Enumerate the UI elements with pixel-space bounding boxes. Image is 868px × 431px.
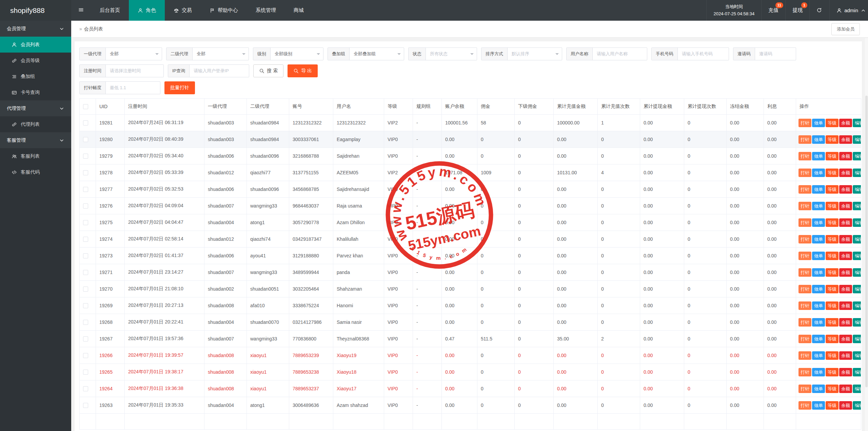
action-打针-button[interactable]: 打针 [798, 385, 811, 393]
action-等级-button[interactable]: 等级 [826, 185, 839, 194]
action-打针-button[interactable]: 打针 [798, 202, 811, 210]
admin-menu[interactable]: admin [829, 0, 868, 21]
action-打针-button[interactable]: 打针 [798, 335, 811, 343]
action-余额-button[interactable]: 余额 [839, 335, 852, 343]
action-编辑-button[interactable]: 编辑 [853, 335, 861, 343]
input-field[interactable]: 请选择注册时间 [106, 65, 163, 77]
action-打针-button[interactable]: 打针 [798, 351, 811, 360]
input-field[interactable]: 最低 1.1 [106, 82, 160, 94]
action-打针-button[interactable]: 打针 [798, 285, 811, 293]
sidebar-item[interactable]: 代理列表 [0, 116, 71, 132]
action-编辑-button[interactable]: 编辑 [853, 202, 861, 210]
scrollbar-thumb[interactable] [865, 96, 868, 387]
row-checkbox[interactable] [83, 270, 88, 275]
row-checkbox[interactable] [83, 137, 88, 142]
nav-item[interactable]: 系统管理 [247, 0, 285, 21]
action-做单-button[interactable]: 做单 [812, 218, 825, 227]
action-余额-button[interactable]: 余额 [839, 235, 852, 243]
input-field[interactable]: 请输入用户名称 [593, 48, 647, 60]
row-checkbox[interactable] [83, 237, 88, 242]
action-余额-button[interactable]: 余额 [839, 218, 852, 227]
action-做单-button[interactable]: 做单 [812, 385, 825, 393]
nav-item[interactable]: 帮助中心 [201, 0, 247, 21]
action-打针-button[interactable]: 打针 [798, 169, 811, 177]
sidebar-item[interactable]: 叠加组 [0, 68, 71, 84]
nav-item[interactable]: 后台首页 [91, 0, 129, 21]
withdraw-label[interactable]: 提现 [792, 7, 803, 14]
action-等级-button[interactable]: 等级 [826, 135, 839, 144]
action-编辑-button[interactable]: 编辑 [853, 401, 861, 410]
sidebar-item[interactable]: 会员等级 [0, 53, 71, 68]
action-编辑-button[interactable]: 编辑 [853, 285, 861, 293]
add-member-button[interactable]: 添加会员 [831, 23, 860, 35]
action-编辑-button[interactable]: 编辑 [853, 318, 861, 327]
withdraw-link[interactable]: 提现 1 [785, 0, 809, 21]
action-余额-button[interactable]: 余额 [839, 135, 852, 144]
action-等级-button[interactable]: 等级 [826, 385, 839, 393]
sidebar-item[interactable]: 会员列表 [0, 37, 71, 53]
input-field[interactable]: 请输入手机号码 [678, 48, 729, 60]
action-做单-button[interactable]: 做单 [812, 401, 825, 410]
action-做单-button[interactable]: 做单 [812, 169, 825, 177]
batch-inject-button[interactable]: 批量打针 [164, 81, 195, 94]
action-做单-button[interactable]: 做单 [812, 268, 825, 277]
action-等级-button[interactable]: 等级 [826, 235, 839, 243]
action-做单-button[interactable]: 做单 [812, 318, 825, 327]
action-余额-button[interactable]: 余额 [839, 351, 852, 360]
action-等级-button[interactable]: 等级 [826, 169, 839, 177]
action-打针-button[interactable]: 打针 [798, 318, 811, 327]
action-余额-button[interactable]: 余额 [839, 301, 852, 310]
action-余额-button[interactable]: 余额 [839, 368, 852, 376]
row-checkbox[interactable] [83, 303, 88, 308]
action-做单-button[interactable]: 做单 [812, 368, 825, 376]
select-value[interactable]: 默认排序 [508, 48, 562, 60]
action-做单-button[interactable]: 做单 [812, 152, 825, 160]
row-checkbox[interactable] [83, 320, 88, 325]
action-等级-button[interactable]: 等级 [826, 119, 839, 127]
row-checkbox[interactable] [83, 386, 88, 391]
action-余额-button[interactable]: 余额 [839, 169, 852, 177]
action-等级-button[interactable]: 等级 [826, 285, 839, 293]
action-等级-button[interactable]: 等级 [826, 351, 839, 360]
action-做单-button[interactable]: 做单 [812, 135, 825, 144]
row-checkbox[interactable] [83, 287, 88, 292]
sidebar-group[interactable]: 会员管理 [0, 21, 71, 37]
action-编辑-button[interactable]: 编辑 [853, 252, 861, 260]
action-编辑-button[interactable]: 编辑 [853, 368, 861, 376]
action-编辑-button[interactable]: 编辑 [853, 235, 861, 243]
action-等级-button[interactable]: 等级 [826, 368, 839, 376]
row-checkbox[interactable] [83, 253, 88, 258]
action-余额-button[interactable]: 余额 [839, 119, 852, 127]
action-编辑-button[interactable]: 编辑 [853, 218, 861, 227]
select-value[interactable]: 全部 [193, 48, 249, 60]
action-编辑-button[interactable]: 编辑 [853, 185, 861, 194]
row-checkbox[interactable] [83, 187, 88, 192]
action-编辑-button[interactable]: 编辑 [853, 169, 861, 177]
action-余额-button[interactable]: 余额 [839, 268, 852, 277]
row-checkbox[interactable] [83, 203, 88, 209]
action-打针-button[interactable]: 打针 [798, 268, 811, 277]
action-余额-button[interactable]: 余额 [839, 318, 852, 327]
menu-toggle-button[interactable] [71, 0, 91, 21]
action-做单-button[interactable]: 做单 [812, 235, 825, 243]
action-余额-button[interactable]: 余额 [839, 185, 852, 194]
action-打针-button[interactable]: 打针 [798, 218, 811, 227]
action-等级-button[interactable]: 等级 [826, 202, 839, 210]
action-等级-button[interactable]: 等级 [826, 152, 839, 160]
search-button[interactable]: 搜 索 [253, 64, 283, 77]
action-打针-button[interactable]: 打针 [798, 401, 811, 410]
select-value[interactable]: 全部 [106, 48, 162, 60]
action-做单-button[interactable]: 做单 [812, 285, 825, 293]
select-all-checkbox[interactable] [83, 104, 88, 109]
action-编辑-button[interactable]: 编辑 [853, 385, 861, 393]
action-等级-button[interactable]: 等级 [826, 218, 839, 227]
action-等级-button[interactable]: 等级 [826, 268, 839, 277]
action-做单-button[interactable]: 做单 [812, 252, 825, 260]
row-checkbox[interactable] [83, 370, 88, 375]
action-等级-button[interactable]: 等级 [826, 301, 839, 310]
action-编辑-button[interactable]: 编辑 [853, 301, 861, 310]
action-打针-button[interactable]: 打针 [798, 185, 811, 194]
action-等级-button[interactable]: 等级 [826, 335, 839, 343]
recharge-label[interactable]: 充值 [768, 7, 778, 14]
export-button[interactable]: 导 出 [288, 64, 318, 77]
